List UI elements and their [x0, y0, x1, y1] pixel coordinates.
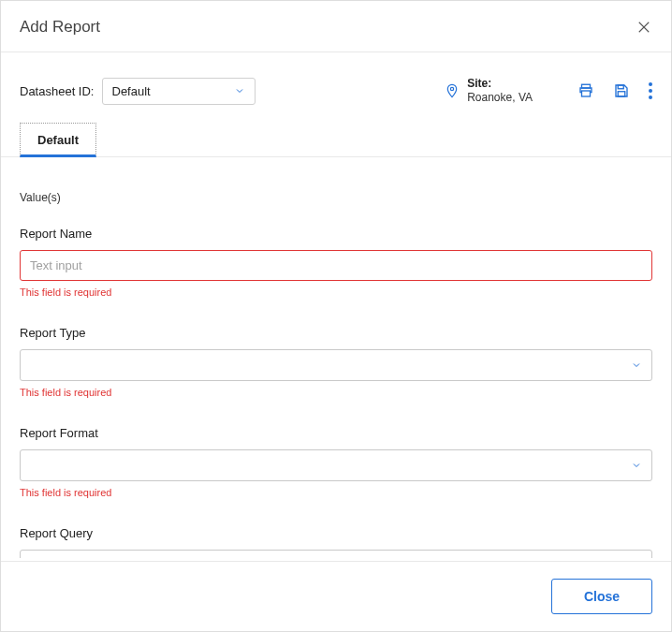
- report-name-error: This field is required: [20, 287, 652, 298]
- report-name-label: Report Name: [20, 227, 652, 241]
- close-icon[interactable]: [635, 19, 652, 36]
- save-icon[interactable]: [613, 82, 630, 99]
- values-section-label: Value(s): [20, 191, 652, 204]
- svg-point-7: [649, 82, 652, 86]
- datasheet-id-value: Default: [112, 84, 151, 98]
- site-label: Site:: [467, 77, 533, 91]
- page-title: Add Report: [20, 18, 100, 37]
- site-value: Roanoke, VA: [467, 91, 533, 105]
- datasheet-id-label: Datasheet ID:: [20, 84, 95, 98]
- report-type-label: Report Type: [20, 326, 652, 340]
- chevron-down-icon: [234, 85, 245, 96]
- report-name-input[interactable]: [20, 250, 652, 281]
- report-format-error: This field is required: [20, 487, 652, 498]
- close-button[interactable]: Close: [551, 579, 652, 614]
- svg-point-2: [451, 87, 454, 90]
- chevron-down-icon: [631, 460, 642, 471]
- svg-rect-5: [618, 85, 623, 89]
- site-info: Site: Roanoke, VA: [445, 77, 533, 105]
- chevron-down-icon: [631, 360, 642, 371]
- svg-rect-4: [582, 91, 591, 96]
- location-pin-icon: [445, 83, 460, 98]
- tab-default[interactable]: Default: [20, 123, 96, 157]
- svg-point-9: [649, 96, 652, 99]
- report-type-select[interactable]: [20, 349, 652, 381]
- report-format-select[interactable]: [20, 449, 652, 481]
- datasheet-id-select[interactable]: Default: [102, 78, 256, 105]
- report-query-label: Report Query: [20, 526, 652, 540]
- report-query-select[interactable]: [20, 550, 652, 558]
- svg-rect-6: [618, 92, 625, 96]
- kebab-menu-icon[interactable]: [649, 82, 652, 99]
- report-type-error: This field is required: [20, 387, 652, 398]
- svg-point-8: [649, 89, 652, 93]
- report-format-label: Report Format: [20, 426, 652, 440]
- print-icon[interactable]: [577, 82, 594, 99]
